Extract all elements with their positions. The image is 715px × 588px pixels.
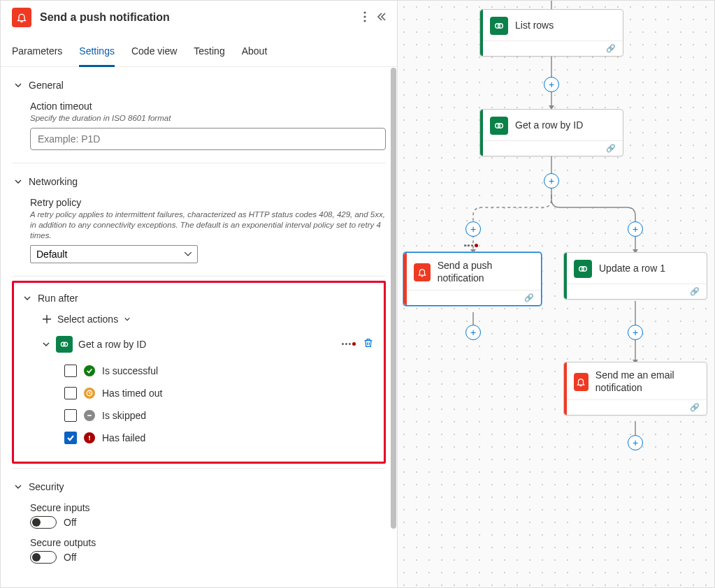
collapse-icon[interactable] [376,12,386,24]
section-general-header[interactable]: General [12,80,386,91]
flow-canvas[interactable]: + + + + + + + [398,1,714,587]
secure-inputs-label: Secure inputs [30,502,386,513]
more-icon[interactable] [363,11,366,24]
section-networking-title: Networking [29,176,78,187]
svg-point-1 [363,15,366,17]
dataverse-icon [490,17,508,35]
flow-card-get-row[interactable]: Get a row by ID 🔗 [479,109,623,156]
chevron-down-icon [42,340,50,348]
section-general: General Action timeout Specify the durat… [12,67,386,163]
flow-card-label: Get a row by ID [515,119,583,132]
flow-card-label: Update a row 1 [599,263,665,275]
section-security: Security Secure inputs Off Secure output… [12,469,386,585]
status-dots [342,342,356,346]
action-timeout-desc: Specify the duration in ISO 8601 format [30,113,386,124]
flow-card-update-row[interactable]: Update a row 1 🔗 [563,252,707,300]
add-step-button[interactable]: + [628,221,643,237]
status-is-successful[interactable]: Is successful [64,360,377,382]
bell-icon [414,263,431,281]
section-general-title: General [29,80,64,91]
skipped-icon [84,410,95,421]
secure-outputs-label: Secure outputs [30,537,386,548]
tab-testing[interactable]: Testing [194,45,224,67]
settings-panel: Send a push notification Parameters Sett… [1,1,398,587]
checkbox[interactable] [64,387,77,399]
link-icon: 🔗 [606,144,616,153]
checkbox[interactable] [64,409,77,422]
retry-policy-select[interactable]: Default [30,245,198,263]
add-step-button[interactable]: + [628,325,643,340]
secure-outputs-toggle[interactable] [30,551,57,564]
status-label: Has timed out [102,388,162,399]
dataverse-icon [490,117,508,135]
section-run-after-title: Run after [38,293,78,304]
flow-card-label: Send me an email notification [595,369,698,394]
chevron-down-icon [21,294,34,302]
add-step-button[interactable]: + [628,435,643,450]
run-after-source[interactable]: Get a row by ID [42,336,146,353]
chevron-down-icon [12,177,24,186]
tab-settings[interactable]: Settings [79,45,115,67]
secure-outputs-state: Off [64,552,76,563]
scrollbar[interactable] [390,68,397,587]
add-step-button[interactable]: + [465,325,481,340]
delete-icon[interactable] [363,337,374,351]
chevron-down-icon [12,483,24,491]
svg-point-2 [363,20,366,22]
flow-card-email[interactable]: Send me an email notification 🔗 [563,362,707,416]
secure-inputs-toggle[interactable] [30,516,57,529]
flow-card-push[interactable]: Send a push notification 🔗 [403,252,542,306]
action-timeout-label: Action timeout [30,101,386,112]
link-icon: 🔗 [524,293,534,302]
tab-code-view[interactable]: Code view [131,45,177,67]
section-run-after-header[interactable]: Run after [21,293,377,304]
secure-inputs-state: Off [64,517,76,528]
add-step-button[interactable]: + [544,173,559,189]
chevron-down-icon [12,81,24,89]
bell-icon [574,373,588,391]
plus-icon [42,314,52,324]
failed-icon [84,432,95,443]
add-step-button[interactable]: + [544,77,559,92]
section-security-header[interactable]: Security [12,481,386,492]
retry-policy-desc: A retry policy applies to intermittent f… [30,210,386,241]
success-icon [84,365,95,376]
select-actions-button[interactable]: Select actions [42,314,377,325]
tabs: Parameters Settings Code view Testing Ab… [1,33,397,67]
flow-card-list-rows[interactable]: List rows 🔗 [479,9,623,57]
section-security-title: Security [29,481,64,492]
action-timeout-input[interactable] [30,128,386,150]
flow-card-label: Send a push notification [438,260,533,284]
select-actions-label: Select actions [57,314,118,325]
dataverse-icon [574,260,592,278]
svg-rect-7 [89,436,90,439]
status-has-timed-out[interactable]: Has timed out [64,382,377,404]
link-icon: 🔗 [690,287,700,296]
status-label: Has failed [102,432,145,443]
timeout-icon [84,388,95,399]
svg-point-0 [363,11,366,13]
panel-title: Send a push notification [40,11,363,24]
bell-icon [12,8,31,27]
status-label: Is skipped [102,410,146,421]
flow-card-label: List rows [515,20,554,32]
run-after-source-label: Get a row by ID [78,339,146,350]
svg-rect-6 [87,415,92,416]
add-step-button[interactable]: + [465,221,481,237]
link-icon: 🔗 [690,403,700,412]
section-networking: Networking Retry policy A retry policy a… [12,163,386,277]
svg-rect-8 [89,439,90,440]
checkbox-checked[interactable] [64,432,77,444]
retry-policy-label: Retry policy [30,197,386,208]
status-has-failed[interactable]: Has failed [64,427,377,449]
section-run-after-highlight: Run after Select actions Get a row by ID [12,281,386,464]
section-networking-header[interactable]: Networking [12,176,386,187]
checkbox[interactable] [64,365,77,377]
tab-parameters[interactable]: Parameters [12,45,62,67]
dataverse-icon [56,336,73,353]
link-icon: 🔗 [606,44,616,53]
status-label: Is successful [102,365,158,376]
tab-about[interactable]: About [242,45,268,67]
chevron-down-icon [124,316,131,323]
status-is-skipped[interactable]: Is skipped [64,404,377,427]
